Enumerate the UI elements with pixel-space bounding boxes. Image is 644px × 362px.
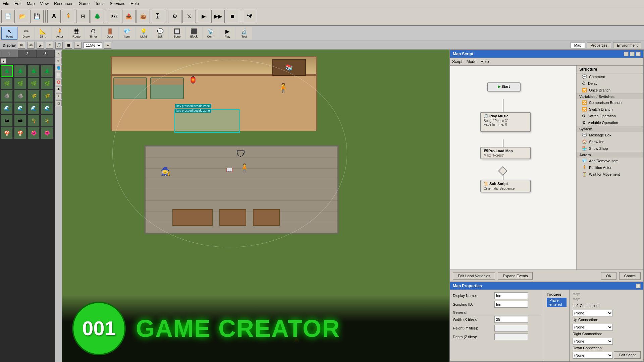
tile-0[interactable]: 🌲 [1,65,13,77]
struct-add-remove-item[interactable]: 💎 Add/Remove Item [577,158,643,164]
tile-6[interactable]: 🌿 [28,77,40,89]
struct-wait-movement[interactable]: ⏳ Wait for Movement [577,171,643,178]
tile-20[interactable]: 🍄 [1,127,13,139]
grid-btn[interactable]: # [46,42,53,49]
displayname-input[interactable] [494,292,528,299]
paint-btn[interactable]: 🖌 [37,42,44,49]
stop2-btn[interactable]: ⏹ [65,42,72,49]
edit-script-btn[interactable]: Edit Script [614,351,641,359]
tile-14[interactable]: 🌊 [28,102,40,114]
node-start[interactable]: ▶ Start [487,82,521,92]
tile-19[interactable]: 🌴 [41,115,53,127]
maximize-btn[interactable]: □ [630,52,635,56]
tb-actor-btn[interactable]: 🧍 [62,10,75,23]
menu-help[interactable]: Help [128,1,142,6]
tile-9[interactable]: 🪨 [14,90,26,102]
tool-test-btn[interactable]: 🔬 Test [236,27,252,40]
map-area[interactable]: 📚 🏮 🧍 key pressed beside zone key presse [62,50,449,362]
tool-block-btn[interactable]: ⬛ Block [186,27,202,40]
eye-btn[interactable]: 👁 [27,42,35,49]
struct-variable-operation[interactable]: ⚙ Variable Operation [577,119,643,126]
tb-db-btn[interactable]: 🗄 [151,10,164,23]
tb-font-btn[interactable]: A [47,10,61,23]
tile-10[interactable]: 🌾 [28,90,40,102]
tb-save-btn[interactable]: 💾 [30,10,44,23]
lts-eraser-btn[interactable]: ◻ [56,100,62,106]
depth-input[interactable] [494,334,528,340]
lts-rect-btn[interactable]: ⬜ [56,72,62,78]
script-canvas[interactable]: ▶ Start 🎵 Play Music Song: "Peace 3"Fade… [450,66,576,269]
tile-12[interactable]: 🌊 [1,102,13,114]
tile-11[interactable]: 🌾 [41,90,53,102]
tb-stop-btn[interactable]: ⏹ [226,10,239,23]
scriptingid-input[interactable] [494,301,528,308]
down-conn-select[interactable]: (None) [573,352,613,359]
mapprops-close-btn[interactable]: × [636,284,641,288]
tile-23[interactable]: 🌺 [41,127,53,139]
struct-delay[interactable]: ⏱ Delay [577,80,643,87]
lts-circle-btn[interactable]: ⭕ [56,79,62,85]
up-conn-select[interactable]: (None) [573,324,613,330]
tb-xyz-btn[interactable]: XYZ [108,10,121,23]
music-btn[interactable]: 🎵 [55,42,63,49]
tool-com-btn[interactable]: 📡 Com. [203,27,219,40]
tb-open-btn[interactable]: 📂 [16,10,29,23]
tab-map[interactable]: Map [571,42,585,48]
menu-view[interactable]: View [37,1,51,6]
tab-properties[interactable]: Properties [587,42,611,48]
tb-export-btn[interactable]: 📤 [122,10,136,23]
struct-comparison-branch[interactable]: 🔀 Comparison Branch [577,99,643,106]
menu-services[interactable]: Services [107,1,128,6]
tb-sword-btn[interactable]: ⚔ [182,10,196,23]
lts-fill-btn[interactable]: 🪣 [56,65,62,71]
tile-2[interactable]: 🌲 [28,65,40,77]
lts-arrow-btn[interactable]: ↖ [56,51,62,57]
script-menu-script[interactable]: Script [452,59,463,64]
tool-draw-btn[interactable]: ✏ Draw [18,27,34,40]
struct-message-box[interactable]: 💬 Message Box [577,132,643,138]
tile-17[interactable]: 🏔 [14,115,26,127]
tool-play-btn[interactable]: ▶ Play [219,27,235,40]
tile-7[interactable]: 🌿 [41,77,53,89]
tool-route-btn[interactable]: 🛤 Route [68,27,85,40]
script-menu-help[interactable]: Help [481,59,489,64]
tool-light-btn[interactable]: 💡 Light [136,27,152,40]
edit-local-variables-btn[interactable]: Edit Local Variables [453,272,495,280]
struct-show-shop[interactable]: 🏪 Show Shop [577,145,643,152]
tool-item-btn[interactable]: 💎 Item [119,27,135,40]
cancel-btn[interactable]: Cancel [619,272,641,280]
node-sub-script[interactable]: 📜 Sub Script Cinematic Sequence [480,180,531,192]
tile-8[interactable]: 🪨 [1,90,13,102]
height-input[interactable] [494,325,528,331]
tb-play2-btn[interactable]: ▶▶ [211,10,225,23]
width-input[interactable] [494,316,528,323]
tool-dim-btn[interactable]: 📐 Dim. [35,27,51,40]
menu-resources[interactable]: Resources [51,1,76,6]
zoom-minus-btn[interactable]: − [74,42,82,49]
left-conn-select[interactable]: (None) [573,310,613,316]
node-play-music[interactable]: 🎵 Play Music Song: "Peace 3"Fade In Time… [480,112,531,132]
tool-door-btn[interactable]: 🚪 Door [102,27,118,40]
expand-events-btn[interactable]: Expand Events [498,272,533,280]
tile-22[interactable]: 🌺 [28,127,40,139]
tile-4[interactable]: 🌿 [1,77,13,89]
tile-16[interactable]: 🏔 [1,115,13,127]
tile-3[interactable]: 🌲 [41,65,53,77]
tile-13[interactable]: 🌊 [14,102,26,114]
menu-file[interactable]: File [0,1,12,6]
node-preload-map[interactable]: 🗺 Pre-Load Map Map: "Forest" [480,147,531,159]
tb-gear-btn[interactable]: ⚙ [168,10,181,23]
tileset-tab-1[interactable]: 1 [0,50,18,58]
tb-bag-btn[interactable]: 👜 [137,10,150,23]
layer-grid-btn[interactable]: ⊞ [18,42,25,49]
tool-actor-btn[interactable]: 🧍 Actor [52,27,68,40]
struct-switch-operation[interactable]: ⚙ Switch Operation [577,113,643,119]
tileset-tab-3[interactable]: 3 [37,50,55,58]
ok-btn[interactable]: OK [601,272,616,280]
tab-environment[interactable]: Environment [613,42,641,48]
tb-layer-btn[interactable]: ⊞ [76,10,90,23]
tile-21[interactable]: 🍄 [14,127,26,139]
tileset-tab-2[interactable]: 2 [18,50,36,58]
tile-18[interactable]: 🌴 [28,115,40,127]
lts-line-btn[interactable]: / [56,93,62,99]
